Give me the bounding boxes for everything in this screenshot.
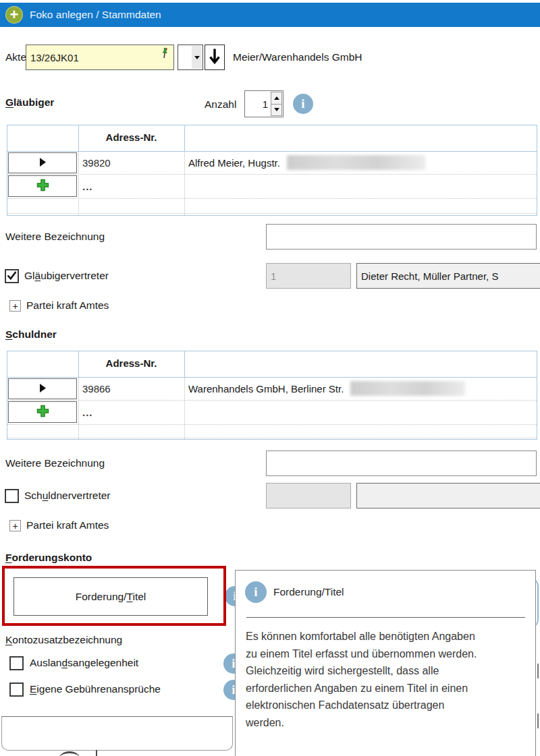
akte-label: Akte	[5, 45, 26, 70]
glaeubiger-heading: Gläubiger	[5, 96, 54, 109]
window-titlebar: + Foko anlegen / Stammdaten	[0, 3, 540, 27]
plus-badge-icon: +	[5, 6, 23, 24]
weitere-bezeichnung-label: Weitere Bezeichnung	[5, 457, 105, 469]
vertreter-nr-field	[266, 483, 351, 508]
arrow-down-icon	[209, 48, 221, 67]
tooltip-title: Forderung/Titel	[273, 571, 344, 614]
anzahl-spinner[interactable]: 1	[244, 90, 284, 117]
spin-up-button[interactable]	[271, 92, 282, 105]
row-selector[interactable]	[8, 152, 77, 173]
akte-history-dropdown[interactable]	[178, 45, 203, 70]
cutoff-element	[96, 750, 97, 756]
tooltip-separator	[246, 617, 525, 618]
cutoff-field-edge	[537, 664, 539, 678]
name-cell[interactable]: Alfred Meier, Hugstr.	[188, 151, 425, 174]
anzahl-label: Anzahl	[205, 98, 236, 111]
partei-kraft-amtes-label[interactable]: Partei kraft Amtes	[26, 518, 109, 533]
row-arrow-icon	[40, 157, 46, 169]
auslandsangelegenheit-label: Auslandsangelegenheit	[30, 656, 138, 670]
glaeubigervertreter-checkbox[interactable]	[5, 269, 19, 283]
schuldnervertreter-label: Schuldnervertreter	[24, 483, 111, 508]
redacted-address	[350, 381, 465, 396]
pushpin-icon	[159, 47, 170, 61]
info-icon[interactable]: i	[293, 94, 313, 114]
cutoff-element	[59, 751, 80, 756]
schuldnervertreter-checkbox[interactable]	[5, 489, 19, 503]
redacted-address	[287, 155, 425, 170]
tooltip-body: Es können komfortabel alle benötigten An…	[246, 628, 482, 731]
row-arrow-icon	[40, 383, 46, 395]
eigene-gebuehrenansprueche-checkbox[interactable]	[9, 682, 24, 697]
anzahl-value[interactable]: 1	[263, 91, 268, 117]
add-row-button[interactable]	[8, 175, 77, 197]
name-text: Alfred Meier, Hugstr.	[188, 157, 280, 169]
expander-plus-button[interactable]: +	[9, 300, 21, 312]
kontozusatzbezeichnung-label: Kontozusatzbezeichnung	[5, 634, 122, 646]
info-icon: i	[245, 581, 267, 603]
pin-button[interactable]	[155, 45, 174, 70]
forderung-titel-tooltip: i Forderung/Titel Es können komfortabel …	[235, 570, 536, 756]
case-name-label: Meier/Warenhandels GmbH	[233, 45, 362, 70]
forderungskonto-heading: Forderungskonto	[5, 552, 92, 564]
triangle-down-icon	[274, 108, 279, 111]
add-row-dots[interactable]: ...	[82, 175, 93, 197]
weitere-bezeichnung-label: Weitere Bezeichnung	[5, 231, 105, 243]
lower-panel-frame	[1, 716, 233, 751]
vertreter-name-field[interactable]	[356, 483, 540, 508]
weitere-bezeichnung-input[interactable]	[266, 450, 537, 476]
checkmark-icon	[6, 270, 18, 283]
adressnr-cell[interactable]: 39866	[82, 377, 111, 400]
column-header-adressnr: Adress-Nr.	[78, 132, 184, 143]
weitere-bezeichnung-input[interactable]	[266, 224, 537, 250]
schuldner-heading: Schuldner	[5, 328, 57, 341]
partei-kraft-amtes-label[interactable]: Partei kraft Amtes	[26, 298, 109, 313]
window-title: Foko anlegen / Stammdaten	[30, 9, 161, 21]
add-row-dots[interactable]: ...	[82, 401, 93, 423]
add-plus-icon	[36, 179, 49, 194]
add-row-button[interactable]	[8, 401, 77, 423]
forderung-titel-button[interactable]: Forderung/Titel	[14, 577, 208, 616]
foko-anlegen-dialog: + Foko anlegen / Stammdaten Akte Meier/W…	[0, 0, 540, 756]
name-cell[interactable]: Warenhandels GmbH, Berliner Str.	[188, 377, 465, 400]
expander-plus-button[interactable]: +	[9, 520, 21, 531]
vertreter-nr-field	[266, 263, 351, 289]
adressnr-cell[interactable]: 39820	[82, 151, 111, 174]
cutoff-field-edge	[537, 714, 539, 728]
spin-down-button[interactable]	[271, 105, 282, 117]
row-selector[interactable]	[8, 378, 77, 399]
column-header-adressnr: Adress-Nr.	[78, 357, 184, 369]
eigene-gebuehrenansprueche-label: Eigene Gebührenansprüche	[30, 682, 161, 697]
akte-input[interactable]	[26, 45, 156, 70]
triangle-up-icon	[274, 96, 279, 100]
auslandsangelegenheit-checkbox[interactable]	[9, 656, 24, 670]
glaeubiger-table: Adress-Nr. 39820 Alfred Meier, Hugstr. .…	[7, 125, 537, 216]
name-text: Warenhandels GmbH, Berliner Str.	[188, 383, 344, 395]
chevron-down-icon[interactable]	[192, 46, 202, 69]
vertreter-name-field[interactable]: Dieter Recht, Müller Partner, S	[356, 263, 540, 289]
schuldner-table: Adress-Nr. 39866 Warenhandels GmbH, Berl…	[7, 351, 537, 440]
add-plus-icon	[36, 405, 49, 419]
glaeubigervertreter-label: Gläubigervertreter	[24, 263, 109, 289]
akte-load-button[interactable]	[205, 45, 225, 70]
